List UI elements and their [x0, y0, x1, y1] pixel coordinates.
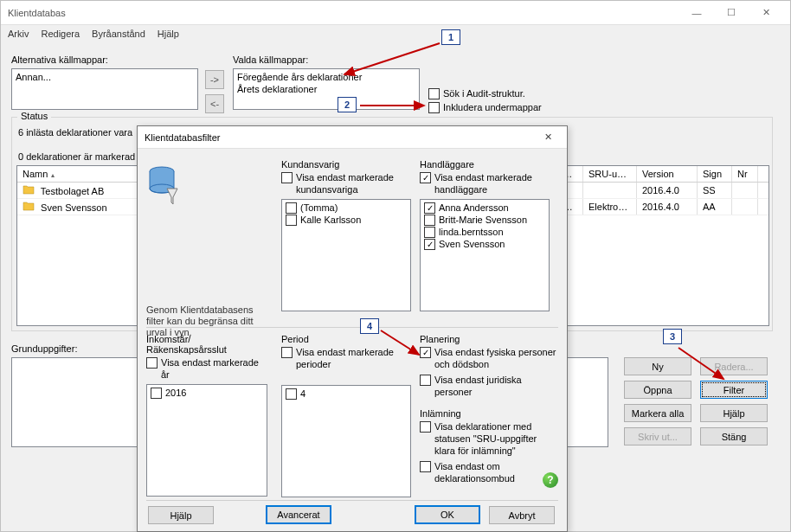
kund-item[interactable]: Kalle Karlsson: [286, 214, 407, 226]
col-nr[interactable]: Nr: [732, 166, 758, 182]
handl-show-chk[interactable]: Visa endast markerade handläggare: [420, 171, 550, 195]
callout-1: 1: [441, 29, 460, 45]
checkbox-icon: [428, 88, 440, 99]
per-item[interactable]: 4: [286, 388, 407, 400]
checkbox-icon: [420, 375, 431, 386]
plan-label: Planering: [420, 334, 558, 344]
handl-item[interactable]: Sven Svensson: [424, 238, 545, 250]
folder-icon: [23, 201, 35, 211]
status-line2: 0 deklarationer är markerad: [18, 151, 135, 162]
folder-icon: [23, 184, 35, 195]
checkbox-icon: [424, 227, 435, 238]
move-right-button[interactable]: ->: [205, 70, 224, 89]
sel-item-1[interactable]: Årets deklarationer: [237, 83, 415, 95]
inl-label: Inlämning: [420, 408, 558, 419]
titlebar: Klientdatabas — ☐ ✕: [1, 1, 790, 25]
chk-audit[interactable]: Sök i Audit-struktur.: [428, 87, 525, 99]
divider: [146, 500, 558, 501]
divider: [146, 327, 558, 328]
plan-fys-chk[interactable]: Visa endast fysiska personer och dödsbon: [420, 346, 558, 370]
window-title: Klientdatabas: [8, 8, 679, 18]
checkbox-icon: [151, 388, 162, 399]
plan-section: Planering Visa endast fysiska personer o…: [420, 334, 558, 484]
chk-audit-label: Sök i Audit-struktur.: [443, 87, 525, 99]
sel-label: Valda källmappar:: [233, 54, 308, 65]
dialog-left-panel: Genom Klientdatabasens filter kan du beg…: [146, 164, 267, 338]
dialog-advanced-button[interactable]: Avancerat: [266, 505, 331, 524]
checkbox-icon: [281, 172, 293, 183]
inl-sru-chk[interactable]: Visa deklarationer med statusen "SRU-upp…: [420, 420, 558, 457]
ink-item[interactable]: 2016: [151, 387, 263, 399]
kund-show-chk[interactable]: Visa endast markerade kundansvariga: [281, 171, 411, 195]
oppna-button[interactable]: Öppna: [624, 381, 691, 399]
svg-line-5: [381, 330, 419, 355]
kund-item[interactable]: (Tomma): [286, 202, 407, 214]
checkbox-icon: [286, 388, 297, 400]
window-buttons: — ☐ ✕: [679, 3, 783, 23]
checkbox-icon: [428, 102, 440, 113]
status-line1: 6 inlästa deklarationer vara: [18, 127, 132, 138]
arrow-4-icon: [379, 329, 422, 358]
checkbox-icon: [146, 357, 158, 369]
arrow-2-icon: [358, 100, 428, 112]
dialog-help-button[interactable]: Hjälp: [148, 506, 214, 524]
stang-button[interactable]: Stäng: [700, 427, 768, 445]
close-button[interactable]: ✕: [749, 3, 783, 23]
checkbox-icon: [420, 172, 431, 183]
ink-list[interactable]: 2016: [146, 384, 267, 497]
skriv-button[interactable]: Skriv ut...: [624, 427, 691, 445]
per-list[interactable]: 4: [281, 385, 411, 497]
col-sru[interactable]: SRU-upp...: [583, 166, 637, 182]
svg-line-4: [678, 348, 723, 379]
filter-dialog: Klientdatabasfilter ✕ Genom Klientdataba…: [137, 125, 568, 532]
alt-item[interactable]: Annan...: [16, 71, 194, 83]
inl-omb-chk[interactable]: Visa endast om deklarationsombud: [420, 460, 558, 484]
checkbox-icon: [424, 239, 435, 250]
menu-redigera[interactable]: Redigera: [41, 29, 80, 39]
menu-arkiv[interactable]: Arkiv: [8, 29, 29, 39]
status-label: Status: [17, 111, 51, 121]
filter-button[interactable]: Filter: [700, 381, 768, 399]
handl-list[interactable]: Anna Andersson Britt-Marie Svensson lind…: [420, 199, 550, 311]
menu-byraanstand[interactable]: Byråanstånd: [92, 29, 145, 39]
dialog-ok-button[interactable]: OK: [415, 505, 480, 524]
maximize-button[interactable]: ☐: [714, 3, 749, 23]
dialog-title: Klientdatabasfilter: [145, 132, 536, 143]
minimize-button[interactable]: —: [679, 3, 714, 23]
callout-2: 2: [338, 97, 357, 112]
ink-section: Inkomstår/ Räkenskapsårsslut Visa endast…: [146, 334, 267, 497]
handl-item[interactable]: Britt-Marie Svensson: [424, 214, 545, 226]
database-filter-icon: [146, 164, 181, 208]
per-section: Period Visa endast markerade perioder 4: [281, 334, 411, 497]
chk-include[interactable]: Inkludera undermappar: [428, 101, 542, 113]
move-left-button[interactable]: <-: [205, 94, 224, 113]
handl-item[interactable]: Anna Andersson: [424, 202, 545, 214]
checkbox-icon: [286, 202, 297, 214]
menu-hjalp[interactable]: Hjälp: [158, 29, 179, 39]
chk-include-label: Inkludera undermappar: [443, 101, 542, 113]
plan-jur-chk[interactable]: Visa endast juridiska personer: [420, 374, 558, 398]
arrow-1-icon: [338, 40, 441, 80]
callout-4: 4: [360, 318, 379, 334]
alt-listbox[interactable]: Annan...: [11, 68, 198, 110]
checkbox-icon: [286, 215, 297, 226]
dialog-cancel-button[interactable]: Avbryt: [489, 506, 555, 524]
hjalp-button[interactable]: Hjälp: [700, 404, 768, 422]
handl-item[interactable]: linda.berntsson: [424, 226, 545, 238]
callout-3: 3: [663, 329, 682, 344]
col-sign[interactable]: Sign: [698, 166, 732, 182]
handl-label: Handläggare: [420, 159, 550, 170]
svg-line-2: [344, 43, 440, 74]
ink-show-chk[interactable]: Visa endast markerade år: [146, 356, 267, 381]
checkbox-icon: [281, 347, 293, 358]
arrow-3-icon: [677, 346, 729, 382]
kund-label: Kundansvarig: [281, 159, 411, 170]
help-icon[interactable]: ?: [543, 472, 558, 488]
markera-button[interactable]: Markera alla: [624, 404, 691, 422]
kund-section: Kundansvarig Visa endast markerade kunda…: [281, 159, 411, 311]
dialog-titlebar: Klientdatabasfilter ✕: [138, 126, 567, 149]
dialog-close-button[interactable]: ✕: [536, 131, 560, 143]
checkbox-icon: [424, 215, 435, 226]
col-version[interactable]: Version: [637, 166, 698, 182]
kund-list[interactable]: (Tomma) Kalle Karlsson: [281, 199, 411, 311]
